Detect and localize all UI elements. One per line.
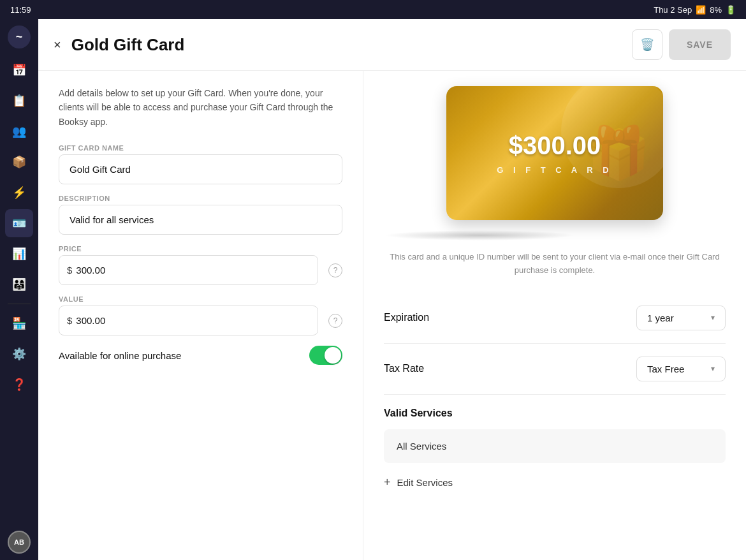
sidebar-item-settings[interactable]: ⚙️ xyxy=(5,340,33,368)
price-help-icon[interactable]: ? xyxy=(328,263,342,277)
sidebar-item-marketplace[interactable]: 🏪 xyxy=(5,309,33,337)
expiration-chevron-icon: ▾ xyxy=(711,313,715,322)
page-header: × Gold Gift Card 🗑️ SAVE xyxy=(38,19,746,71)
edit-services-label: Edit Services xyxy=(397,477,453,488)
expiration-label: Expiration xyxy=(384,312,429,323)
card-shadow xyxy=(384,230,575,240)
page-title: Gold Gift Card xyxy=(71,35,185,55)
sidebar-item-help[interactable]: ❓ xyxy=(5,371,33,399)
online-toggle-row: Available for online purchase xyxy=(59,346,342,365)
sidebar-item-team[interactable]: 👨‍👩‍👧 xyxy=(5,270,33,298)
online-toggle[interactable] xyxy=(309,346,342,365)
price-field: $ xyxy=(59,255,318,285)
description-group: DESCRIPTION xyxy=(59,195,342,235)
sidebar-item-bolt[interactable]: ⚡ xyxy=(5,179,33,207)
tax-rate-dropdown[interactable]: Tax Free ▾ xyxy=(636,357,726,381)
plus-icon: + xyxy=(384,476,391,489)
sidebar-item-calendar[interactable]: 📅 xyxy=(5,56,33,84)
price-input[interactable] xyxy=(76,256,310,284)
date-display: Thu 2 Sep xyxy=(654,5,692,15)
user-avatar[interactable]: AB xyxy=(8,531,31,554)
gift-card-name-input[interactable] xyxy=(59,154,342,184)
battery-icon: 🔋 xyxy=(726,5,736,15)
sidebar-divider xyxy=(8,304,31,304)
left-column: Add details below to set up your Gift Ca… xyxy=(38,71,363,560)
value-help-icon[interactable]: ? xyxy=(328,314,342,328)
value-field: $ xyxy=(59,306,318,335)
sidebar-item-giftcard[interactable]: 🪪 xyxy=(5,209,33,237)
expiration-row: Expiration 1 year ▾ xyxy=(384,293,726,344)
tax-rate-chevron-icon: ▾ xyxy=(711,364,715,373)
gift-card-name-group: GIFT CARD NAME xyxy=(59,144,342,184)
price-group: PRICE $ ? xyxy=(59,245,342,285)
online-toggle-label: Available for online purchase xyxy=(59,350,181,361)
content-area: × Gold Gift Card 🗑️ SAVE Add details bel… xyxy=(38,19,746,560)
value-input[interactable] xyxy=(76,306,310,335)
battery-display: 8% xyxy=(710,5,722,15)
valid-services-section: Valid Services All Services + Edit Servi… xyxy=(384,395,726,492)
edit-services-button[interactable]: + Edit Services xyxy=(384,473,453,492)
delete-button[interactable]: 🗑️ xyxy=(632,29,662,60)
tax-rate-row: Tax Rate Tax Free ▾ xyxy=(384,344,726,395)
all-services-box: All Services xyxy=(384,429,726,463)
card-amount: $300.00 xyxy=(509,131,601,160)
sidebar: ~ 📅 📋 👥 📦 ⚡ 🪪 📊 👨‍👩‍👧 🏪 ⚙️ ❓ AB xyxy=(0,19,38,560)
trash-icon: 🗑️ xyxy=(640,38,654,52)
right-column: $300.00 G I F T C A R D This card and a … xyxy=(363,71,746,560)
sidebar-item-clients[interactable]: 👥 xyxy=(5,117,33,145)
wifi-icon: 📶 xyxy=(696,5,706,15)
sidebar-item-package[interactable]: 📦 xyxy=(5,148,33,176)
all-services-label: All Services xyxy=(397,441,446,452)
card-label: G I F T C A R D xyxy=(497,165,612,175)
sidebar-item-clipboard[interactable]: 📋 xyxy=(5,87,33,115)
gift-card-name-label: GIFT CARD NAME xyxy=(59,144,342,152)
description-input[interactable] xyxy=(59,205,342,235)
value-label: VALUE xyxy=(59,295,342,303)
gift-card-visual: $300.00 G I F T C A R D xyxy=(446,86,663,220)
description-label: DESCRIPTION xyxy=(59,195,342,202)
price-label: PRICE xyxy=(59,245,342,253)
description-text: Add details below to set up your Gift Ca… xyxy=(59,86,342,129)
tax-rate-label: Tax Rate xyxy=(384,363,424,374)
valid-services-title: Valid Services xyxy=(384,408,726,419)
close-button[interactable]: × xyxy=(54,38,61,51)
save-button[interactable]: SAVE xyxy=(669,29,731,60)
price-currency: $ xyxy=(67,265,72,276)
toggle-knob xyxy=(325,347,341,364)
status-time: 11:59 xyxy=(10,5,31,15)
value-currency: $ xyxy=(67,315,72,326)
card-info-text: This card and a unique ID number will be… xyxy=(384,251,726,277)
expiration-dropdown[interactable]: 1 year ▾ xyxy=(636,306,726,330)
sidebar-item-analytics[interactable]: 📊 xyxy=(5,240,33,268)
status-bar: 11:59 Thu 2 Sep 📶 8% 🔋 xyxy=(0,0,746,19)
tax-rate-value: Tax Free xyxy=(647,364,684,374)
expiration-value: 1 year xyxy=(647,313,674,323)
app-logo[interactable]: ~ xyxy=(8,26,31,48)
value-group: VALUE $ ? xyxy=(59,295,342,335)
gift-card-preview: $300.00 G I F T C A R D xyxy=(384,86,726,220)
